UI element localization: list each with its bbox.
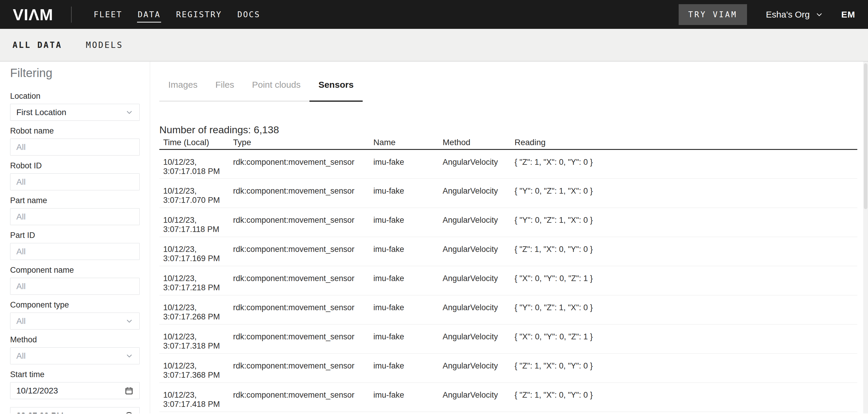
cell-type: rdk:component:movement_sensor <box>233 237 373 266</box>
cell-reading: { "Y": 0, "Z": 1, "X": 0 } <box>515 208 857 237</box>
start-date-input[interactable]: 10/12/2023 <box>10 382 140 399</box>
table-row: 10/12/23,3:07:17.368 PM rdk:component:mo… <box>159 354 857 383</box>
component-type-select[interactable]: All <box>10 313 140 329</box>
cell-time: 10/12/23,3:07:17.318 PM <box>159 324 233 354</box>
cell-type: rdk:component:movement_sensor <box>233 208 373 237</box>
robot-name-input[interactable] <box>10 139 140 155</box>
org-name: Esha's Org <box>766 9 810 20</box>
cell-name: imu-fake <box>373 324 443 354</box>
table-row: 10/12/23,3:07:17.318 PM rdk:component:mo… <box>159 324 857 354</box>
page-scrollbar-track[interactable] <box>863 62 868 413</box>
calendar-icon[interactable] <box>125 386 133 395</box>
table-row: 10/12/23,3:07:17.118 PM rdk:component:mo… <box>159 208 857 237</box>
org-selector[interactable]: Esha's Org <box>766 9 823 20</box>
chevron-down-icon <box>125 317 133 325</box>
chevron-down-icon <box>125 352 133 360</box>
tab-images[interactable]: Images <box>159 80 206 101</box>
tab-files[interactable]: Files <box>206 80 243 101</box>
start-time-input[interactable]: 03:07:00 PM <box>10 407 140 413</box>
table-row: 10/12/23,3:07:17.418 PM rdk:component:mo… <box>159 383 857 412</box>
nav-divider <box>71 6 72 23</box>
component-name-label: Component name <box>10 266 140 274</box>
table-row: 10/12/23,3:07:17.169 PM rdk:component:mo… <box>159 237 857 266</box>
field-component-type: Component type All <box>10 301 140 329</box>
component-name-input[interactable] <box>10 278 140 295</box>
cell-name: imu-fake <box>373 266 443 295</box>
cell-time: 10/12/23,3:07:17.218 PM <box>159 266 233 295</box>
location-select[interactable]: First Location <box>10 104 140 121</box>
cell-method: AngularVelocity <box>443 383 515 412</box>
cell-time: 10/12/23,3:07:17.368 PM <box>159 354 233 383</box>
cell-type: rdk:component:movement_sensor <box>233 150 373 179</box>
cell-method: AngularVelocity <box>443 208 515 237</box>
cell-method: AngularVelocity <box>443 266 515 295</box>
column-header-time: Time (Local) <box>159 138 233 150</box>
try-viam-button[interactable]: TRY VIAM <box>679 4 747 25</box>
primary-nav: FLEET DATA REGISTRY DOCS <box>94 0 260 29</box>
tab-sensors[interactable]: Sensors <box>309 80 362 102</box>
table-row: 10/12/23,3:07:17.218 PM rdk:component:mo… <box>159 266 857 295</box>
method-value: All <box>17 351 125 361</box>
cell-method: AngularVelocity <box>443 324 515 354</box>
method-select[interactable]: All <box>10 347 140 364</box>
cell-type: rdk:component:movement_sensor <box>233 383 373 412</box>
robot-id-label: Robot ID <box>10 161 140 170</box>
cell-time: 10/12/23,3:07:17.118 PM <box>159 208 233 237</box>
column-header-method: Method <box>443 138 515 150</box>
page-scrollbar-thumb[interactable] <box>864 63 867 209</box>
cell-type: rdk:component:movement_sensor <box>233 354 373 383</box>
column-header-reading: Reading <box>515 138 857 150</box>
cell-method: AngularVelocity <box>443 237 515 266</box>
cell-time: 10/12/23,3:07:17.018 PM <box>159 150 233 179</box>
location-label: Location <box>10 92 140 100</box>
table-row: 10/12/23,3:07:17.070 PM rdk:component:mo… <box>159 179 857 208</box>
field-method: Method All <box>10 335 140 364</box>
field-robot-name: Robot name <box>10 127 140 155</box>
robot-name-label: Robot name <box>10 127 140 135</box>
nav-item-fleet[interactable]: FLEET <box>94 0 122 29</box>
cell-method: AngularVelocity <box>443 295 515 324</box>
topnav-right: TRY VIAM Esha's Org EM <box>679 4 855 25</box>
cell-type: rdk:component:movement_sensor <box>233 295 373 324</box>
part-name-input[interactable] <box>10 208 140 225</box>
sensor-readings-table: Time (Local) Type Name Method Reading 10… <box>159 138 857 412</box>
tab-all-data[interactable]: ALL DATA <box>12 40 62 50</box>
cell-reading: { "Y": 0, "Z": 1, "X": 0 } <box>515 179 857 208</box>
nav-item-data[interactable]: DATA <box>137 0 160 29</box>
field-start-time: Start time 10/12/2023 <box>10 370 140 399</box>
field-part-id: Part ID <box>10 231 140 260</box>
cell-reading: { "Z": 1, "X": 0, "Y": 0 } <box>515 354 857 383</box>
data-type-tabs: Images Files Point clouds Sensors <box>159 80 363 101</box>
cell-type: rdk:component:movement_sensor <box>233 324 373 354</box>
location-value: First Location <box>17 108 125 117</box>
cell-method: AngularVelocity <box>443 354 515 383</box>
tab-point-clouds[interactable]: Point clouds <box>243 80 309 101</box>
nav-item-registry[interactable]: REGISTRY <box>176 0 222 29</box>
cell-reading: { "Z": 1, "X": 0, "Y": 0 } <box>515 383 857 412</box>
nav-item-docs[interactable]: DOCS <box>237 0 260 29</box>
user-avatar[interactable]: EM <box>841 9 855 20</box>
table-row: 10/12/23,3:07:17.268 PM rdk:component:mo… <box>159 295 857 324</box>
start-time-value: 03:07:00 PM <box>17 411 125 414</box>
robot-id-input[interactable] <box>10 173 140 190</box>
cell-type: rdk:component:movement_sensor <box>233 266 373 295</box>
readings-count: Number of readings: 6,138 <box>159 123 868 136</box>
data-subnav: ALL DATA MODELS <box>0 29 868 62</box>
cell-reading: { "Z": 1, "X": 0, "Y": 0 } <box>515 237 857 266</box>
filtering-sidebar: Filtering Location First Location Robot … <box>0 62 150 413</box>
table-row: 10/12/23,3:07:17.018 PM rdk:component:mo… <box>159 150 857 179</box>
viam-logo[interactable]: VIΛM <box>13 5 53 24</box>
cell-name: imu-fake <box>373 237 443 266</box>
column-header-type: Type <box>233 138 373 150</box>
start-time-label: Start time <box>10 370 140 379</box>
field-component-name: Component name <box>10 266 140 295</box>
tab-models[interactable]: MODELS <box>86 40 123 50</box>
cell-reading: { "X": 0, "Y": 0, "Z": 1 } <box>515 266 857 295</box>
cell-time: 10/12/23,3:07:17.169 PM <box>159 237 233 266</box>
cell-time: 10/12/23,3:07:17.418 PM <box>159 383 233 412</box>
cell-name: imu-fake <box>373 354 443 383</box>
part-id-label: Part ID <box>10 231 140 239</box>
clock-icon[interactable] <box>125 411 133 414</box>
part-id-input[interactable] <box>10 243 140 260</box>
cell-method: AngularVelocity <box>443 179 515 208</box>
